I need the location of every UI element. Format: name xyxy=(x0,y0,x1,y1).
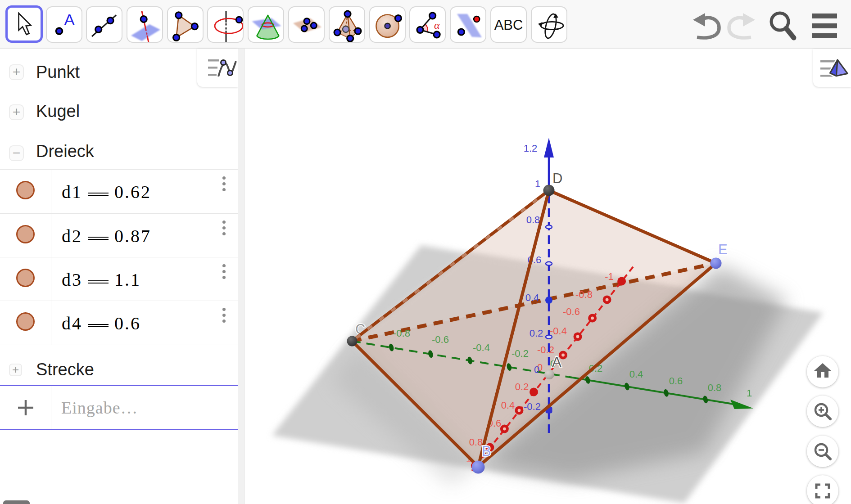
svg-text:0.4: 0.4 xyxy=(629,369,643,380)
svg-text:-0.2: -0.2 xyxy=(524,401,541,412)
svg-text:A: A xyxy=(552,354,561,370)
svg-text:0.2: 0.2 xyxy=(515,381,529,392)
svg-text:-0.4: -0.4 xyxy=(473,342,490,353)
svg-text:E: E xyxy=(718,242,728,257)
svg-text:0.6: 0.6 xyxy=(669,375,683,387)
svg-text:0.4: 0.4 xyxy=(525,292,539,303)
svg-text:A: A xyxy=(64,11,75,28)
svg-text:0.8: 0.8 xyxy=(708,382,722,393)
svg-text:-0.6: -0.6 xyxy=(563,306,580,317)
svg-text:-0.6: -0.6 xyxy=(432,334,449,345)
svg-text:0: 0 xyxy=(534,364,539,375)
svg-text:α: α xyxy=(434,19,440,31)
svg-text:1: 1 xyxy=(747,387,752,399)
svg-text:-0.8: -0.8 xyxy=(393,328,410,339)
svg-text:-0.2: -0.2 xyxy=(512,348,529,359)
svg-text:1.2: 1.2 xyxy=(524,143,538,154)
svg-text:0.4: 0.4 xyxy=(501,400,515,411)
svg-text:D: D xyxy=(552,171,562,186)
svg-text:0.8: 0.8 xyxy=(469,436,483,448)
svg-text:0.8: 0.8 xyxy=(526,214,540,225)
svg-text:0.2: 0.2 xyxy=(530,328,543,339)
svg-text:-0.8: -0.8 xyxy=(575,289,593,300)
svg-text:-1: -1 xyxy=(605,271,614,282)
svg-text:-0.4: -0.4 xyxy=(550,325,567,337)
svg-text:1: 1 xyxy=(535,178,540,189)
svg-text:ABC: ABC xyxy=(494,17,523,33)
svg-text:B: B xyxy=(482,443,491,459)
